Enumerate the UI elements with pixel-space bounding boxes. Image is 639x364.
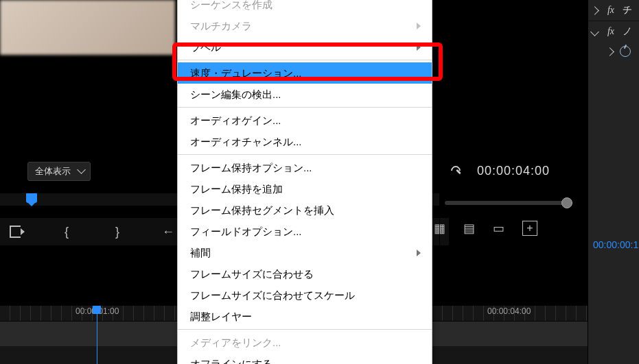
menu-separator bbox=[178, 154, 432, 155]
program-out-timecode: 00:00:04:00 bbox=[477, 164, 550, 178]
effect-subrow[interactable] bbox=[588, 42, 639, 61]
menu-item[interactable]: ラベル bbox=[178, 36, 432, 58]
playhead-line bbox=[97, 314, 97, 364]
panel-divider-right[interactable] bbox=[588, 0, 588, 364]
menu-item[interactable]: 速度・デュレーション... bbox=[178, 62, 432, 84]
menu-item[interactable]: 補間 bbox=[178, 242, 432, 263]
menu-item-label: フレームサイズに合わせる bbox=[190, 267, 314, 281]
overwrite-icon[interactable]: ▤ bbox=[463, 221, 475, 236]
menu-item-label: フレーム保持セグメントを挿入 bbox=[190, 203, 334, 217]
source-playhead[interactable] bbox=[26, 193, 37, 203]
twirl-icon[interactable] bbox=[605, 47, 614, 56]
effect-label-motion: チ bbox=[623, 4, 632, 16]
menu-item[interactable]: フレーム保持を追加 bbox=[178, 178, 432, 199]
menu-separator bbox=[178, 107, 432, 108]
fx-icon: fx bbox=[605, 5, 617, 16]
menu-item: マルチカメラ bbox=[178, 15, 432, 36]
menu-item[interactable]: フレーム保持オプション... bbox=[178, 157, 432, 178]
menu-item: メディアをリンク... bbox=[178, 332, 432, 353]
menu-item-label: フレームサイズに合わせてスケール bbox=[190, 288, 355, 302]
submenu-arrow-icon bbox=[417, 44, 421, 51]
video-thumbnail bbox=[0, 0, 175, 55]
mark-out-brace-icon[interactable]: } bbox=[111, 225, 124, 239]
program-scrub-track[interactable] bbox=[445, 199, 582, 208]
submenu-arrow-icon bbox=[417, 250, 421, 256]
sequence-current-timecode[interactable]: 00:00:00:19 bbox=[593, 239, 639, 250]
menu-item[interactable]: オフラインにする... bbox=[178, 353, 432, 364]
menu-item-label: 調整レイヤー bbox=[190, 309, 252, 324]
button-editor-icon[interactable]: + bbox=[522, 221, 537, 236]
effect-label-opacity: ノ bbox=[623, 25, 632, 38]
menu-item-label: マルチカメラ bbox=[190, 19, 252, 33]
menu-item-label: メディアをリンク... bbox=[190, 335, 281, 350]
menu-item[interactable]: フレーム保持セグメントを挿入 bbox=[178, 199, 432, 221]
menu-item-label: フレーム保持を追加 bbox=[190, 182, 283, 196]
ruler-label-2: 00:00:04:00 bbox=[487, 306, 531, 316]
menu-item-label: シーケンスを作成 bbox=[190, 0, 272, 12]
effect-row-motion[interactable]: fx チ bbox=[588, 0, 639, 21]
twirl-open-icon[interactable] bbox=[590, 27, 599, 36]
menu-item-label: オーディオゲイン... bbox=[190, 113, 281, 128]
menu-item-label: フレーム保持オプション... bbox=[190, 160, 312, 175]
program-scrub-knob[interactable] bbox=[561, 197, 572, 208]
menu-item: シーケンスを作成 bbox=[178, 0, 432, 15]
menu-item[interactable]: フレームサイズに合わせる bbox=[178, 263, 432, 284]
settings-wrench-icon[interactable] bbox=[450, 165, 462, 177]
clip-context-menu: シーケンスを作成マルチカメララベル速度・デュレーション...シーン編集の検出..… bbox=[177, 0, 432, 364]
zoom-fit-select[interactable]: 全体表示 bbox=[27, 162, 91, 181]
menu-item[interactable]: シーン編集の検出... bbox=[178, 84, 432, 105]
mark-in-icon[interactable] bbox=[10, 226, 22, 238]
menu-item[interactable]: オーディオチャンネル... bbox=[178, 131, 432, 152]
fx-icon: fx bbox=[605, 26, 617, 37]
menu-item[interactable]: 調整レイヤー bbox=[178, 306, 432, 327]
twirl-icon[interactable] bbox=[590, 6, 599, 15]
menu-item-label: フィールドオプション... bbox=[190, 224, 302, 239]
menu-item-label: ラベル bbox=[190, 40, 221, 54]
effect-controls-panel: fx チ fx ノ bbox=[587, 0, 639, 364]
menu-item-label: シーン編集の検出... bbox=[190, 87, 281, 101]
effect-row-opacity[interactable]: fx ノ bbox=[588, 21, 639, 42]
menu-separator bbox=[178, 60, 432, 60]
program-toolbar: ▦ ▤ ▭ + bbox=[434, 221, 537, 236]
menu-separator bbox=[178, 329, 432, 330]
submenu-arrow-icon bbox=[417, 23, 421, 29]
menu-item[interactable]: オーディオゲイン... bbox=[178, 110, 432, 131]
program-monitor-controls: 00:00:04:00 bbox=[450, 160, 587, 181]
menu-item-label: オーディオチャンネル... bbox=[190, 134, 302, 149]
menu-item-label: オフラインにする... bbox=[190, 356, 281, 364]
menu-item-label: 補間 bbox=[190, 245, 211, 260]
menu-item[interactable]: フレームサイズに合わせてスケール bbox=[178, 284, 432, 306]
mark-in-brace-icon[interactable]: { bbox=[60, 225, 73, 239]
playhead-handle[interactable] bbox=[93, 306, 101, 314]
goto-prev-icon[interactable]: ← bbox=[162, 225, 174, 239]
chevron-down-icon bbox=[77, 165, 86, 174]
export-frame-icon[interactable]: ▭ bbox=[493, 221, 504, 236]
menu-item[interactable]: フィールドオプション... bbox=[178, 221, 432, 242]
zoom-fit-label: 全体表示 bbox=[35, 166, 71, 176]
stopwatch-icon[interactable] bbox=[620, 46, 631, 57]
timeline-playhead[interactable] bbox=[93, 306, 101, 364]
menu-item-label: 速度・デュレーション... bbox=[190, 66, 302, 80]
program-scrub-line bbox=[445, 201, 566, 205]
